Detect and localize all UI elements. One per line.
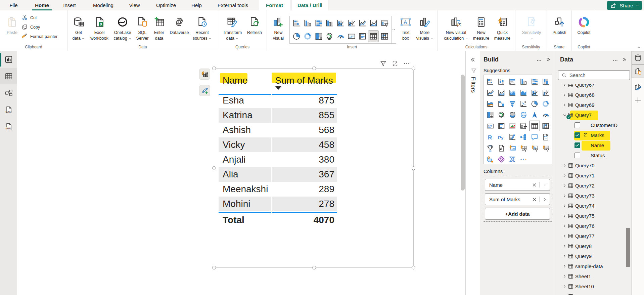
visual-type-metrics-trophy-icon[interactable]	[485, 143, 495, 153]
visual-type-qa-bubble-icon[interactable]	[530, 132, 540, 142]
on-object-format-button[interactable]	[199, 85, 210, 96]
table-cell-name[interactable]: Anjali	[223, 154, 245, 165]
format-painter-button[interactable]: Format painter	[21, 33, 57, 40]
table-cell-name[interactable]: Mohini	[223, 199, 250, 209]
visual-type-clustered-bar-icon[interactable]	[507, 76, 517, 87]
menu-tab-modeling[interactable]: Modeling	[89, 0, 117, 10]
visual-type-line-icon[interactable]	[357, 17, 367, 29]
visual-type-matrix-icon[interactable]	[379, 31, 389, 42]
visual-type-stacked-column-icon[interactable]	[496, 76, 506, 87]
visual-type-funnel-chart-icon[interactable]	[507, 98, 517, 109]
visual-type-map-globe-icon[interactable]	[324, 31, 334, 42]
table-cell-name[interactable]: Ashish	[223, 125, 251, 135]
excel-workbook-button[interactable]: XExcelworkbook	[87, 15, 112, 41]
table-cell-name[interactable]: Katrina	[223, 110, 252, 121]
chevron-right-icon[interactable]	[563, 174, 566, 177]
build-pane-switch[interactable]	[632, 65, 644, 78]
menu-tab-external-tools[interactable]: External tools	[215, 0, 251, 10]
table-cell-value[interactable]: 380	[272, 154, 334, 165]
sidebar-model-view[interactable]	[0, 85, 17, 101]
data-table-Query70[interactable]: Query70	[556, 161, 626, 171]
table-cell-name[interactable]: Vicky	[223, 139, 245, 150]
visual-type-area-100-icon[interactable]	[518, 87, 529, 98]
menu-tab-view[interactable]: View	[127, 0, 142, 10]
chevron-right-icon[interactable]	[563, 234, 566, 238]
data-field-marks[interactable]: Marks	[556, 130, 626, 140]
build-more-options-icon[interactable]	[536, 58, 542, 64]
visual-type-card-icon[interactable]: 123	[485, 121, 495, 131]
visual-type-combo-line-clustered-icon[interactable]	[541, 87, 551, 98]
data-table-Query9[interactable]: Query9	[556, 251, 626, 261]
visual-type-area-icon[interactable]	[368, 17, 378, 29]
visual-type-combo-line-clustered-icon[interactable]	[347, 17, 357, 29]
on-object-visual-suggestions-button[interactable]	[199, 69, 210, 80]
quick-measure-button[interactable]: Quickmeasure	[492, 15, 513, 41]
resize-handle-top-right[interactable]	[412, 67, 415, 70]
visual-type-power-automate-icon[interactable]	[507, 154, 517, 164]
sort-descending-icon[interactable]	[275, 86, 281, 90]
data-more-options-icon[interactable]	[612, 58, 618, 64]
table-cell-name[interactable]: Alia	[223, 169, 238, 180]
visual-type-bar-100-icon[interactable]	[530, 76, 540, 87]
visual-type-clustered-column2-icon[interactable]	[324, 17, 334, 29]
search-input[interactable]: Search	[558, 70, 630, 80]
get-data-button[interactable]: Getdata	[71, 15, 87, 41]
visual-type-stacked-area-icon[interactable]	[507, 87, 517, 98]
sidebar-tmdl-view[interactable]: TMDL	[0, 119, 17, 135]
chevron-right-icon[interactable]	[563, 285, 566, 288]
visual-type-bar-100-icon[interactable]	[314, 17, 324, 29]
chevron-right-icon[interactable]	[563, 164, 566, 167]
cut-button[interactable]: Cut	[21, 14, 37, 21]
collapse-build-pane-icon[interactable]	[546, 57, 551, 62]
gallery-expand-icon[interactable]	[391, 16, 396, 43]
visual-type-stacked-bar-icon[interactable]	[485, 76, 495, 87]
field-options-chevron-icon[interactable]	[543, 197, 547, 202]
chevron-right-icon[interactable]	[563, 194, 566, 198]
visual-type-donut-icon[interactable]	[303, 31, 313, 42]
visual-type-matrix-icon[interactable]	[541, 121, 551, 131]
data-table-Query68[interactable]: Query68	[556, 90, 626, 100]
chevron-right-icon[interactable]	[563, 103, 566, 107]
data-pane-switch[interactable]	[632, 51, 644, 65]
data-table-Query67[interactable]: Query67	[556, 84, 626, 90]
visual-type-table-visual-icon[interactable]	[530, 121, 540, 131]
field-pill-name[interactable]: Name	[485, 179, 550, 191]
visual-type-filled-map-icon[interactable]	[507, 110, 517, 120]
filters-pane-title[interactable]: Filters	[470, 77, 476, 93]
visual-type-treemap-icon[interactable]	[314, 31, 324, 42]
data-field-status[interactable]: Status	[556, 151, 626, 161]
visual-type-ribbon-chart-icon[interactable]	[485, 98, 495, 109]
table-cell-value[interactable]: 289	[272, 184, 334, 195]
visual-type-report-funnel-icon[interactable]	[379, 17, 389, 29]
publish-button[interactable]: Publish	[550, 15, 569, 35]
data-table-Query75[interactable]: Query75	[556, 211, 626, 221]
visual-type-combo-line-stacked-icon[interactable]	[335, 17, 346, 29]
sql-server-button[interactable]: SQLServer	[134, 15, 151, 41]
resize-handle-top-middle[interactable]	[312, 67, 316, 70]
expand-filters-icon[interactable]	[470, 57, 476, 62]
refresh-button[interactable]: Refresh	[244, 15, 265, 35]
visual-type-list-slicer-icon[interactable]	[541, 143, 551, 153]
data-table-Query69[interactable]: Query69	[556, 100, 626, 110]
format-pane-switch[interactable]	[632, 80, 644, 93]
sidebar-dax-query-view[interactable]: DAX	[0, 102, 17, 118]
visual-type-multirow-card-icon[interactable]	[496, 121, 506, 131]
visual-more-options-icon[interactable]	[403, 60, 410, 67]
remove-field-icon[interactable]	[532, 197, 537, 202]
visual-type-dot-plot-icon[interactable]	[507, 132, 517, 142]
focus-mode-icon[interactable]	[392, 60, 398, 67]
data-table-Query73[interactable]: Query73	[556, 191, 626, 201]
new-visual-calculation-button[interactable]: fxNew visualcalculation	[442, 15, 470, 41]
field-checkbox[interactable]	[574, 142, 580, 148]
visual-type-new-slicer-icon[interactable]	[518, 143, 529, 153]
menu-tab-home[interactable]: Home	[32, 0, 52, 10]
visual-type-gauge-icon[interactable]	[335, 31, 346, 42]
data-table-Query71[interactable]: Query71	[556, 171, 626, 181]
visual-type-area-icon[interactable]	[496, 87, 506, 98]
menu-tab-data-drill[interactable]: Data / Drill	[292, 0, 328, 10]
visual-type-paginated-report-icon[interactable]	[496, 143, 506, 153]
chevron-right-icon[interactable]	[563, 224, 566, 228]
visual-type-clustered-column-icon[interactable]	[303, 17, 313, 29]
table-cell-value[interactable]: 458	[272, 139, 334, 150]
chevron-right-icon[interactable]	[563, 244, 566, 248]
